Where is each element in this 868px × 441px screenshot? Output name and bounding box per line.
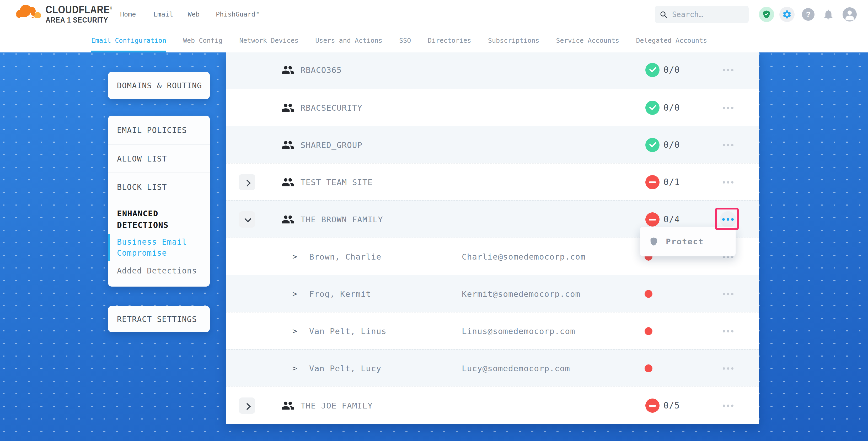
- brand-name: CLOUDFLARE®: [45, 2, 113, 15]
- row-menu-button[interactable]: [718, 313, 738, 350]
- tab-email-configuration[interactable]: Email Configuration: [91, 29, 166, 53]
- group-name: TEST TEAM SITE: [301, 164, 373, 201]
- table-row-user: > Van Pelt, Lucy Lucy@somedemocorp.com: [226, 349, 758, 386]
- search-box: [655, 6, 749, 23]
- protect-menu-item[interactable]: Protect: [666, 237, 704, 246]
- table-row-group: TEST TEAM SITE 0/1: [226, 163, 758, 200]
- status-unprotected-badge: [645, 212, 659, 226]
- table-row-group: RBACO365 0/0: [226, 52, 758, 89]
- sidebar-item-business-email-compromise[interactable]: Business Email Compromise: [108, 233, 210, 262]
- table-row-user: > Frog, Kermit Kermit@somedemocorp.com: [226, 275, 758, 312]
- tab-network-devices[interactable]: Network Devices: [240, 29, 299, 53]
- nav-item-home[interactable]: Home: [120, 0, 136, 29]
- tab-users-and-actions[interactable]: Users and Actions: [315, 29, 382, 53]
- annotation-highlight-box: [715, 208, 739, 230]
- row-menu-button[interactable]: [718, 126, 738, 164]
- table-row-group: SHARED_GROUP 0/0: [226, 126, 758, 163]
- group-icon: [281, 399, 295, 413]
- member-count: 0/1: [663, 164, 680, 201]
- member-count: 0/0: [663, 126, 680, 164]
- group-name: SHARED_GROUP: [301, 126, 363, 164]
- user-email: Charlie@somedemocorp.com: [462, 238, 586, 275]
- status-unprotected-dot: [645, 365, 652, 372]
- tab-web-config[interactable]: Web Config: [183, 29, 223, 53]
- chevron-down-icon: [244, 215, 251, 222]
- app-header: CLOUDFLARE® AREA 1 SECURITY Home Email W…: [0, 0, 868, 29]
- sidebar-label: BLOCK LIST: [117, 183, 167, 192]
- status-unprotected-badge: [645, 399, 659, 413]
- person-icon: [843, 7, 857, 22]
- account-avatar[interactable]: [843, 7, 857, 22]
- sidebar-item-domains-routing[interactable]: DOMAINS & ROUTING: [108, 72, 210, 99]
- bell-icon: [823, 8, 834, 21]
- group-name: THE BROWN FAMILY: [301, 201, 383, 238]
- sidebar-item-email-policies[interactable]: EMAIL POLICIES: [108, 116, 210, 145]
- tab-directories[interactable]: Directories: [428, 29, 471, 53]
- chevron-right-icon: >: [292, 275, 297, 313]
- sidebar-label: RETRACT SETTINGS: [117, 315, 197, 324]
- status-protected-badge: [645, 63, 659, 77]
- user-email: Kermit@somedemocorp.com: [462, 275, 580, 313]
- help-button[interactable]: ?: [802, 8, 814, 21]
- sidebar-item-block-list[interactable]: BLOCK LIST: [108, 172, 210, 201]
- registered-mark: ®: [110, 6, 113, 10]
- group-icon: [281, 138, 295, 153]
- sidebar-item-allow-list[interactable]: ALLOW LIST: [108, 145, 210, 172]
- sidebar-policies-card: EMAIL POLICIES ALLOW LIST BLOCK LIST ENH…: [108, 116, 210, 287]
- tab-sso[interactable]: SSO: [399, 29, 411, 53]
- nav-item-email[interactable]: Email: [153, 0, 173, 29]
- chevron-right-icon: >: [292, 350, 297, 387]
- search-input[interactable]: [672, 10, 738, 19]
- member-count: 0/5: [663, 387, 680, 424]
- row-menu-button[interactable]: [718, 275, 738, 313]
- row-menu-button[interactable]: [718, 89, 738, 126]
- app-root: CLOUDFLARE® AREA 1 SECURITY Home Email W…: [0, 0, 868, 441]
- secondary-nav: Email Configuration Web Config Network D…: [0, 29, 868, 53]
- status-protected-badge: [645, 101, 659, 115]
- row-menu-button[interactable]: [718, 387, 738, 424]
- sidebar-item-retract-settings[interactable]: RETRACT SETTINGS: [108, 306, 210, 332]
- user-email: Linus@somedemocorp.com: [462, 313, 575, 350]
- collapse-row-button[interactable]: [239, 211, 255, 228]
- user-name: Brown, Charlie: [309, 238, 381, 275]
- row-menu-button[interactable]: [718, 164, 738, 201]
- group-icon: [281, 176, 295, 190]
- status-unprotected-badge: [645, 175, 659, 189]
- tab-delegated-accounts[interactable]: Delegated Accounts: [636, 29, 707, 53]
- status-unprotected-dot: [645, 327, 652, 335]
- table-row-group: RBACSECURITY 0/0: [226, 89, 758, 126]
- tab-service-accounts[interactable]: Service Accounts: [556, 29, 619, 53]
- user-name: Van Pelt, Linus: [309, 313, 386, 350]
- search-icon: [659, 10, 668, 18]
- cloudflare-cloud-icon: [15, 4, 42, 20]
- member-count: 0/0: [663, 89, 680, 126]
- nav-item-phishguard[interactable]: PhishGuard™: [216, 0, 259, 29]
- expand-row-button[interactable]: [239, 174, 255, 190]
- sidebar-label: ALLOW LIST: [117, 154, 167, 163]
- member-count: 0/0: [663, 52, 680, 89]
- row-menu-button[interactable]: [718, 350, 738, 387]
- sidebar-item-added-detections[interactable]: Added Detections: [108, 262, 210, 284]
- brand-text: CLOUDFLARE® AREA 1 SECURITY: [45, 2, 129, 24]
- row-menu-button[interactable]: [718, 52, 738, 89]
- protect-menu[interactable]: Protect: [640, 226, 736, 256]
- chevron-right-icon: >: [292, 313, 297, 350]
- status-unprotected-dot: [645, 290, 652, 298]
- group-icon: [281, 101, 295, 116]
- status-protected-badge: [645, 138, 659, 152]
- group-name: RBACSECURITY: [301, 89, 363, 126]
- nav-item-web[interactable]: Web: [188, 0, 199, 29]
- group-name: RBACO365: [301, 52, 342, 89]
- shield-check-icon: [762, 10, 771, 19]
- table-row-user: > Van Pelt, Linus Linus@somedemocorp.com: [226, 312, 758, 349]
- notifications-button[interactable]: [821, 7, 836, 22]
- sidebar-label: EMAIL POLICIES: [117, 126, 187, 135]
- security-status-button[interactable]: [759, 7, 774, 22]
- expand-row-button[interactable]: [239, 398, 255, 414]
- group-icon: [281, 63, 295, 78]
- tab-subscriptions[interactable]: Subscriptions: [488, 29, 539, 53]
- settings-button[interactable]: [779, 7, 795, 22]
- table-row-group: THE JOE FAMILY 0/5: [226, 386, 758, 424]
- chevron-right-icon: [244, 403, 251, 410]
- chevron-right-icon: [244, 179, 251, 186]
